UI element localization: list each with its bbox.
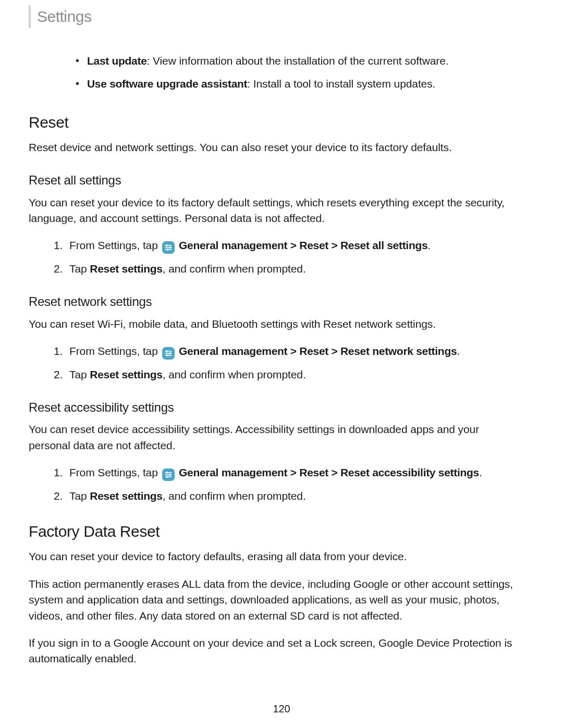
heading-reset-network: Reset network settings <box>29 293 521 311</box>
bullet-desc: : Install a tool to install system updat… <box>247 78 435 90</box>
step-path: General management > Reset > Reset acces… <box>176 466 479 478</box>
factory-p1: You can reset your device to factory def… <box>29 549 521 564</box>
svg-point-3 <box>166 245 167 246</box>
heading-factory-reset: Factory Data Reset <box>29 520 521 543</box>
heading-reset-accessibility: Reset accessibility settings <box>29 399 521 417</box>
reset-all-intro: You can reset your device to its factory… <box>29 195 521 227</box>
reset-accessibility-intro: You can reset device accessibility setti… <box>29 422 521 453</box>
header-rule <box>29 5 31 28</box>
step-bold: Reset settings <box>90 368 162 380</box>
heading-reset-all: Reset all settings <box>29 171 521 190</box>
step: Tap Reset settings, and confirm when pro… <box>54 488 521 504</box>
svg-point-15 <box>166 472 167 474</box>
bullet-desc: : View information about the installatio… <box>147 55 449 67</box>
general-management-icon <box>162 241 175 254</box>
step-text: Tap <box>69 368 90 380</box>
section-reset-network: Reset network settings You can reset Wi-… <box>29 293 521 383</box>
step: Tap Reset settings, and confirm when pro… <box>54 367 521 382</box>
step-path: General management > Reset > Reset netwo… <box>176 345 457 357</box>
page-number: 120 <box>0 701 563 717</box>
section-reset-all: Reset all settings You can reset your de… <box>29 171 521 277</box>
factory-p2: This action permanently erases ALL data … <box>29 576 521 624</box>
step: From Settings, tap General management > … <box>54 343 521 360</box>
section-reset-accessibility: Reset accessibility settings You can res… <box>29 399 521 504</box>
svg-point-11 <box>166 355 168 356</box>
svg-point-4 <box>169 247 170 249</box>
step-suffix: , and confirm when prompted. <box>163 368 306 380</box>
svg-point-17 <box>166 476 168 478</box>
section-reset: Reset Reset device and network settings.… <box>29 111 521 156</box>
step-suffix: , and confirm when prompted. <box>163 490 306 502</box>
step-text: From Settings, tap <box>69 239 161 251</box>
step-suffix: . <box>479 466 482 478</box>
svg-point-5 <box>166 249 168 251</box>
svg-point-16 <box>169 474 170 476</box>
bullet-label: Last update <box>87 55 147 67</box>
svg-point-9 <box>166 351 167 352</box>
step-text: From Settings, tap <box>69 466 161 478</box>
section-factory-reset: Factory Data Reset You can reset your de… <box>29 520 521 667</box>
general-management-icon <box>162 468 175 481</box>
step-text: Tap <box>69 263 90 275</box>
step-text: Tap <box>69 490 90 502</box>
reset-network-intro: You can reset Wi-Fi, mobile data, and Bl… <box>29 316 521 332</box>
step: From Settings, tap General management > … <box>54 465 521 481</box>
heading-reset: Reset <box>29 111 521 134</box>
bullet-upgrade-assistant: Use software upgrade assistant: Install … <box>76 76 521 92</box>
factory-p3: If you sign in to a Google Account on yo… <box>29 635 521 667</box>
step-bold: Reset settings <box>90 490 162 502</box>
step-suffix: . <box>457 345 460 357</box>
general-management-icon <box>162 347 175 360</box>
intro-bullets: Last update: View information about the … <box>76 53 521 92</box>
bullet-label: Use software upgrade assistant <box>87 78 247 90</box>
header-title: Settings <box>37 5 91 28</box>
step-suffix: , and confirm when prompted. <box>163 263 306 275</box>
step-bold: Reset settings <box>90 263 162 275</box>
bullet-last-update: Last update: View information about the … <box>76 53 521 69</box>
step-suffix: . <box>427 239 431 251</box>
step: Tap Reset settings, and confirm when pro… <box>54 261 521 277</box>
reset-accessibility-steps: From Settings, tap General management > … <box>54 465 521 504</box>
page: Settings Last update: View information a… <box>0 0 563 728</box>
step: From Settings, tap General management > … <box>54 238 521 254</box>
svg-point-10 <box>169 353 170 354</box>
reset-all-steps: From Settings, tap General management > … <box>54 238 521 277</box>
page-header: Settings <box>29 5 521 28</box>
reset-network-steps: From Settings, tap General management > … <box>54 343 521 382</box>
step-text: From Settings, tap <box>69 345 161 357</box>
reset-intro: Reset device and network settings. You c… <box>29 140 521 155</box>
step-path: General management > Reset > Reset all s… <box>176 239 428 251</box>
